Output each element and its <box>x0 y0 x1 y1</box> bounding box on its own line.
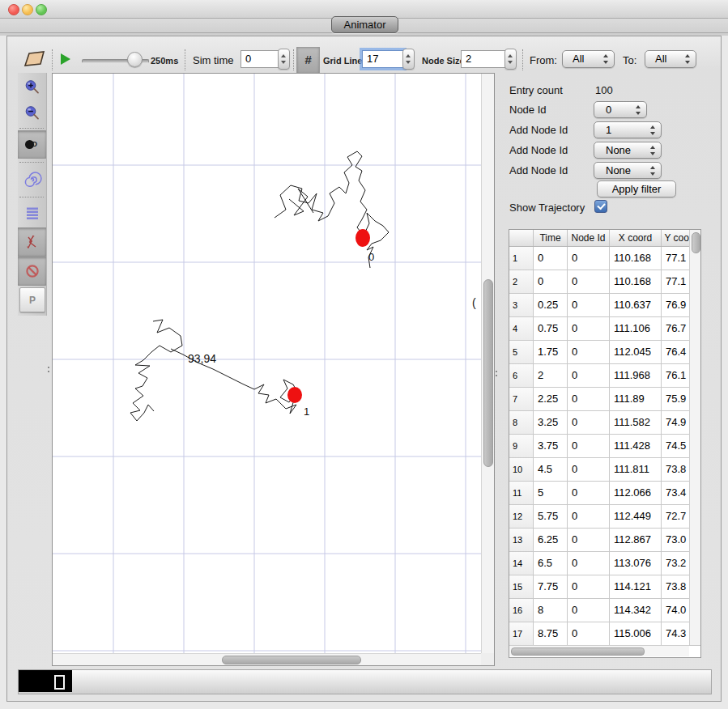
row-number-cell: 2 <box>509 270 534 294</box>
table-cell: 2 <box>534 364 568 388</box>
step-down-icon[interactable] <box>281 61 286 64</box>
close-window-button[interactable] <box>8 4 19 15</box>
canvas-annotation: 93,94 <box>188 352 216 365</box>
zoom-in-button[interactable] <box>18 74 46 100</box>
scrollbar-thumb[interactable] <box>222 656 361 664</box>
node-id-filter-label: Node Id <box>509 104 547 116</box>
packet-stats-button[interactable]: P <box>19 287 45 312</box>
trajectory-spiral-button[interactable] <box>18 167 46 193</box>
table-row[interactable]: 51.750112.04576.4 <box>509 341 700 364</box>
table-cell: 8 <box>534 599 568 622</box>
add-node-id-dropdown-1[interactable]: 1 <box>594 121 662 138</box>
popup-arrows-icon <box>649 165 656 176</box>
step-up-icon[interactable] <box>281 54 286 57</box>
left-splitter-handle[interactable] <box>47 366 50 373</box>
trajectory-scene: 0193,94( <box>53 74 494 665</box>
apply-filter-button[interactable]: Apply filter <box>597 180 676 197</box>
table-row[interactable]: 620111.96876.1 <box>509 364 700 388</box>
table-row[interactable]: 30.250110.63776.9 <box>509 294 700 317</box>
table-vertical-scrollbar[interactable] <box>689 230 701 645</box>
grid-lines-input[interactable]: 17 <box>362 50 404 68</box>
table-cell: 0 <box>568 622 610 646</box>
step-up-icon[interactable] <box>508 54 513 57</box>
table-row[interactable]: 136.250112.86773.0 <box>509 529 700 552</box>
table-cell: 0 <box>568 270 610 294</box>
zoom-out-button[interactable] <box>18 100 46 125</box>
animation-canvas[interactable]: 0193,94( <box>52 73 495 666</box>
show-trajectory-checkbox[interactable] <box>594 200 607 213</box>
zoom-in-icon <box>23 78 42 97</box>
toolbar-separator <box>293 49 294 70</box>
table-cell: 0 <box>568 411 610 435</box>
table-row[interactable]: 72.250111.8975.9 <box>509 388 700 411</box>
step-down-icon[interactable] <box>406 61 411 64</box>
canvas-vertical-scrollbar[interactable] <box>481 74 494 653</box>
table-row[interactable]: 1680114.34274.0 <box>509 599 700 622</box>
table-row[interactable]: 178.750115.00674.3 <box>509 622 700 646</box>
table-row[interactable]: 93.750111.42874.5 <box>509 435 700 458</box>
packet-stats-label: P <box>29 295 36 306</box>
node-size-input[interactable]: 2 <box>461 50 507 68</box>
table-cell: 112.066 <box>610 482 662 505</box>
table-row[interactable]: 200110.16877.1 <box>509 270 700 294</box>
show-node-id-button[interactable]: ID <box>18 130 46 159</box>
table-header-x-coord[interactable]: X coord <box>610 230 662 246</box>
node-size-label: Node Size <box>422 56 465 66</box>
table-row[interactable]: 1150112.06673.4 <box>509 482 700 505</box>
toolbar-separator <box>52 49 53 70</box>
right-splitter-handle[interactable] <box>495 370 498 377</box>
node-label: 1 <box>304 405 309 418</box>
step-down-icon[interactable] <box>508 61 513 64</box>
node-id-dropdown[interactable]: 0 <box>594 101 647 118</box>
to-label: To: <box>623 54 636 66</box>
orientation-button[interactable] <box>23 49 47 70</box>
canvas-horizontal-scrollbar[interactable] <box>53 653 481 665</box>
row-number-cell: 3 <box>509 294 534 317</box>
side-separator <box>19 128 44 129</box>
speed-slider-knob[interactable] <box>127 52 143 67</box>
sim-time-input[interactable]: 0 <box>241 50 280 68</box>
table-row[interactable]: 104.50111.81173.8 <box>509 458 700 482</box>
table-horizontal-scrollbar[interactable] <box>509 645 689 656</box>
table-header-row-number[interactable] <box>509 230 534 246</box>
popup-arrows-icon <box>649 145 656 156</box>
scrollbar-thumb[interactable] <box>511 647 645 656</box>
hide-packets-button[interactable] <box>18 227 46 257</box>
add-node-id-dropdown-2[interactable]: None <box>594 142 662 159</box>
to-dropdown[interactable]: All <box>645 50 696 68</box>
sim-time-stepper[interactable] <box>278 49 290 70</box>
table-row[interactable]: 146.50113.07673.2 <box>509 552 700 575</box>
table-row[interactable]: 40.750111.10676.7 <box>509 317 700 341</box>
layers-button[interactable] <box>18 200 46 225</box>
table-cell: 112.449 <box>610 505 662 529</box>
from-dropdown[interactable]: All <box>562 50 615 68</box>
step-up-icon[interactable] <box>406 54 411 57</box>
table-row[interactable]: 157.750114.12173.8 <box>509 575 700 599</box>
grid-lines-stepper[interactable] <box>402 49 415 70</box>
table-body: 100110.16877.1200110.16877.130.250110.63… <box>509 247 700 646</box>
table-cell: 115.006 <box>610 622 662 646</box>
table-cell: 0 <box>568 482 610 505</box>
scrollbar-thumb[interactable] <box>483 279 493 467</box>
table-row[interactable]: 100110.16877.1 <box>509 247 700 270</box>
prohibited-icon <box>23 261 42 281</box>
table-cell: 0 <box>534 247 568 270</box>
node-0-walk <box>275 151 367 236</box>
zoom-window-button[interactable] <box>36 4 47 15</box>
block-button[interactable] <box>18 257 46 286</box>
trajectory-table[interactable]: TimeNode IdX coordY coord 100110.16877.1… <box>509 229 701 658</box>
table-header-node-id[interactable]: Node Id <box>568 230 610 246</box>
add-node-id-dropdown-3[interactable]: None <box>594 162 662 179</box>
table-row[interactable]: 83.250111.58274.9 <box>509 411 700 435</box>
table-header-time[interactable]: Time <box>534 230 568 246</box>
tab-animator[interactable]: Animator <box>331 16 398 33</box>
table-row[interactable]: 125.750112.44972.7 <box>509 505 700 529</box>
from-label: From: <box>530 54 557 66</box>
minimize-window-button[interactable] <box>22 4 33 15</box>
play-button[interactable] <box>61 53 70 65</box>
row-number-cell: 11 <box>509 482 534 505</box>
scrollbar-thumb[interactable] <box>692 232 700 253</box>
row-number-cell: 4 <box>509 317 534 341</box>
node-size-stepper[interactable] <box>504 49 517 70</box>
grid-toggle-button[interactable]: # <box>296 47 320 73</box>
